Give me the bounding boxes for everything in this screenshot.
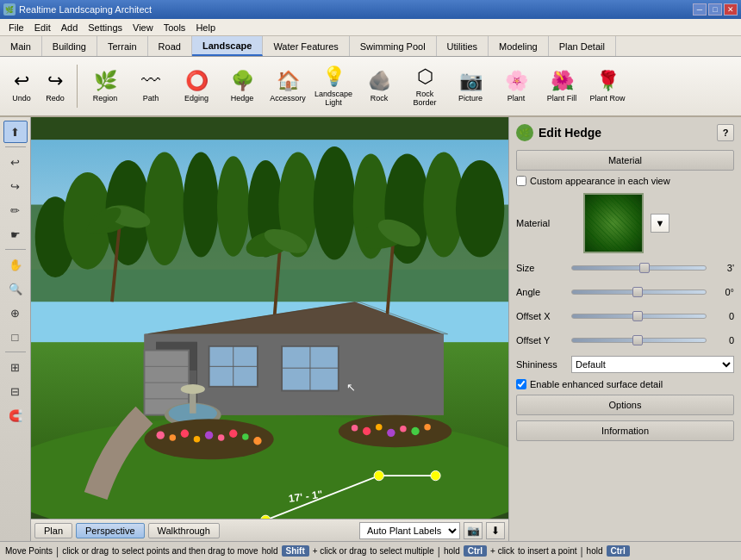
angle-row: Angle 0° xyxy=(516,283,734,302)
material-preview[interactable] xyxy=(583,193,644,253)
plan-view-button[interactable]: Plan xyxy=(34,523,72,538)
tab-water-features[interactable]: Water Features xyxy=(263,36,349,56)
custom-appearance-row: Custom appearance in each view xyxy=(516,176,734,186)
left-tool-1[interactable]: ↩ xyxy=(3,151,28,173)
angle-thumb[interactable] xyxy=(632,287,643,297)
material-tab[interactable]: Material xyxy=(516,150,734,171)
menu-item-file[interactable]: File xyxy=(3,21,29,34)
canvas-area[interactable]: 17' - 1" ↖ xyxy=(31,117,508,519)
size-slider[interactable] xyxy=(571,265,707,271)
tab-main[interactable]: Main xyxy=(0,36,42,56)
offset-y-thumb[interactable] xyxy=(632,335,643,345)
menu-item-help[interactable]: Help xyxy=(190,21,221,34)
tool-region[interactable]: 🌿Region xyxy=(83,60,128,112)
content-wrapper: ⬆↩↪✏☛✋🔍⊕□⊞⊟🧲 xyxy=(0,117,741,560)
help-button[interactable]: ? xyxy=(717,124,734,141)
undo-redo-group: ↩ Undo ↪ Redo xyxy=(5,60,72,112)
custom-appearance-label: Custom appearance in each view xyxy=(530,176,670,186)
tool-plant-fill[interactable]: 🌺Plant Fill xyxy=(539,60,584,112)
left-tool-10[interactable]: ⊟ xyxy=(3,380,28,402)
close-button[interactable]: ✕ xyxy=(724,3,738,16)
left-tool-5[interactable]: ✋ xyxy=(3,253,28,276)
redo-button[interactable]: ↪ Redo xyxy=(39,60,72,112)
left-tool-7[interactable]: ⊕ xyxy=(3,302,28,324)
surface-detail-checkbox[interactable] xyxy=(516,379,526,389)
tool-plant[interactable]: 🌸Plant xyxy=(494,60,539,112)
redo-icon: ↪ xyxy=(47,70,63,92)
perspective-view-button[interactable]: Perspective xyxy=(76,523,144,538)
tab-modeling[interactable]: Modeling xyxy=(489,36,549,56)
left-tool-4[interactable]: ☛ xyxy=(3,223,28,246)
undo-icon: ↩ xyxy=(14,70,29,92)
svg-point-59 xyxy=(352,425,358,432)
svg-point-9 xyxy=(184,152,219,258)
tool-accessory[interactable]: 🏠Accessory xyxy=(265,60,310,112)
svg-text:↖: ↖ xyxy=(346,381,356,394)
status-hold-2: hold xyxy=(444,546,460,556)
shininess-select[interactable]: Default Low Medium High None xyxy=(571,356,734,373)
custom-appearance-checkbox[interactable] xyxy=(516,176,526,186)
tool-edging[interactable]: ⭕Edging xyxy=(174,60,219,112)
left-tool-11[interactable]: 🧲 xyxy=(3,404,28,426)
material-dropdown-button[interactable]: ▼ xyxy=(651,214,669,233)
plant-labels-select[interactable]: Auto Plant Labels xyxy=(359,522,460,539)
path-icon: 〰 xyxy=(141,70,160,92)
left-tool-sep-1 xyxy=(5,146,26,147)
angle-slider[interactable] xyxy=(571,289,707,295)
options-button[interactable]: Options xyxy=(516,395,734,415)
size-thumb[interactable] xyxy=(639,263,650,273)
menu-item-edit[interactable]: Edit xyxy=(29,21,56,34)
tab-road[interactable]: Road xyxy=(148,36,192,56)
tool-plant-row[interactable]: 🌹Plant Row xyxy=(585,60,630,112)
rock-icon: 🪨 xyxy=(368,70,391,92)
offset-y-row: Offset Y 0 xyxy=(516,331,734,350)
svg-point-62 xyxy=(387,429,395,437)
tab-plan-detail[interactable]: Plan Detail xyxy=(549,36,616,56)
offset-x-label: Offset X xyxy=(516,311,568,321)
tool-rock-border[interactable]: ⬡Rock Border xyxy=(402,60,447,112)
walkthrough-view-button[interactable]: Walkthrough xyxy=(148,523,220,538)
offset-x-slider[interactable] xyxy=(571,314,707,319)
expand-icon-btn[interactable]: ⬇ xyxy=(486,522,505,539)
hedge-icon: 🌳 xyxy=(231,70,254,92)
svg-point-54 xyxy=(218,434,225,441)
left-tool-sep-5 xyxy=(5,249,26,250)
left-tool-3[interactable]: ✏ xyxy=(3,199,28,221)
landscape-scene: 17' - 1" ↖ xyxy=(31,117,508,519)
tab-landscape[interactable]: Landscape xyxy=(192,36,263,56)
svg-point-67 xyxy=(374,470,383,480)
svg-rect-46 xyxy=(190,391,196,414)
left-tool-9[interactable]: ⊞ xyxy=(3,356,28,378)
undo-button[interactable]: ↩ Undo xyxy=(5,60,38,112)
tool-hedge[interactable]: 🌳Hedge xyxy=(220,60,265,112)
menu-bar: FileEditAddSettingsViewToolsHelp xyxy=(0,19,741,36)
tab-swimming-pool[interactable]: Swimming Pool xyxy=(350,36,437,56)
minimize-button[interactable]: ─ xyxy=(693,3,707,16)
menu-item-settings[interactable]: Settings xyxy=(83,21,128,34)
rock-border-icon: ⬡ xyxy=(417,65,433,88)
tab-utilities[interactable]: Utilities xyxy=(437,36,489,56)
offset-y-slider[interactable] xyxy=(571,338,707,343)
svg-point-47 xyxy=(181,384,205,394)
left-tool-6[interactable]: 🔍 xyxy=(3,277,28,300)
tool-landscape-light[interactable]: 💡Landscape Light xyxy=(311,60,356,112)
maximize-button[interactable]: □ xyxy=(708,3,722,16)
tab-building[interactable]: Building xyxy=(42,36,97,56)
tab-terrain[interactable]: Terrain xyxy=(97,36,148,56)
left-tool-0[interactable]: ⬆ xyxy=(3,121,28,143)
menu-item-tools[interactable]: Tools xyxy=(159,21,191,34)
app-icon: 🌿 xyxy=(3,3,16,16)
menu-item-view[interactable]: View xyxy=(128,21,159,34)
offset-x-value: 0 xyxy=(710,311,734,321)
offset-x-thumb[interactable] xyxy=(632,311,643,321)
information-button[interactable]: Information xyxy=(516,420,734,441)
left-tool-2[interactable]: ↪ xyxy=(3,175,28,197)
left-tool-8[interactable]: □ xyxy=(3,326,28,348)
camera-icon-btn[interactable]: 📷 xyxy=(464,522,483,539)
menu-item-add[interactable]: Add xyxy=(56,21,84,34)
picture-icon: 📷 xyxy=(459,70,483,92)
tool-path[interactable]: 〰Path xyxy=(128,60,173,112)
tool-rock[interactable]: 🪨Rock xyxy=(357,60,402,112)
svg-point-56 xyxy=(242,433,249,440)
tool-picture[interactable]: 📷Picture xyxy=(448,60,493,112)
